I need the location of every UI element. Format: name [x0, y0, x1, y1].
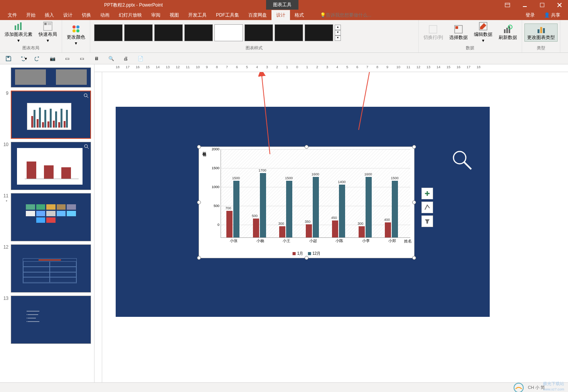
save-button[interactable]: [5, 55, 12, 62]
login-button[interactable]: 登录: [521, 10, 539, 20]
svg-rect-34: [42, 122, 44, 128]
svg-rect-46: [27, 162, 36, 179]
watermark-text: 极光下载站www.xz7.com: [543, 381, 564, 391]
ribbon-group-layout: 添加图表元素▾ 快速布局▾ 图表布局: [0, 20, 62, 52]
tab-slideshow[interactable]: 幻灯片放映: [114, 10, 147, 20]
ribbon-group-type: 更改图表类型 类型: [522, 20, 560, 52]
tab-file[interactable]: 文件: [3, 10, 22, 20]
svg-point-12: [72, 25, 76, 29]
chart-filter-button[interactable]: [421, 215, 433, 227]
chart-styles-button[interactable]: [421, 202, 433, 213]
svg-rect-21: [506, 28, 508, 33]
add-element-icon: [14, 22, 23, 31]
qat-btn-9[interactable]: 🖨: [122, 55, 130, 62]
change-type-icon: [536, 25, 546, 34]
slide-thumb-11[interactable]: *: [11, 193, 91, 241]
tab-animation[interactable]: 动画: [96, 10, 114, 20]
minimize-button[interactable]: [516, 0, 533, 10]
group-label-layout: 图表布局: [22, 44, 39, 52]
qat-btn-6[interactable]: ▭: [78, 55, 86, 62]
tab-baidu[interactable]: 百度网盘: [244, 10, 271, 20]
title-bar: PPT教程2.pptx - PowerPoint 图表工具: [0, 0, 568, 10]
tab-transition[interactable]: 切换: [77, 10, 96, 20]
share-button[interactable]: 👤 共享: [539, 10, 565, 20]
slide-thumb-13[interactable]: ━━━━━━━━━━━• ━━━━━━━━━• ━━━━━━━• ━━━━━━━…: [11, 296, 91, 344]
ribbon-options-button[interactable]: [499, 0, 516, 10]
ribbon-group-data: 切换行/列 选择数据 编辑数据▾ 刷新数据 数据: [419, 20, 522, 52]
slide-thumb-10[interactable]: [11, 142, 91, 190]
tell-me-input[interactable]: [326, 12, 384, 18]
style-scroll-up[interactable]: ▴: [335, 25, 341, 30]
slide-num-13: 13: [3, 296, 11, 344]
qat-btn-10[interactable]: 📄: [137, 55, 144, 62]
chart-style-1[interactable]: [94, 24, 123, 41]
svg-rect-42: [64, 121, 66, 128]
switch-row-col-button: 切换行/列: [421, 24, 445, 42]
tab-chart-design[interactable]: 设计: [271, 10, 290, 20]
window-controls: [499, 0, 568, 10]
style-scroll-down[interactable]: ▾: [335, 30, 341, 35]
close-button[interactable]: [551, 0, 568, 10]
tab-home[interactable]: 开始: [22, 10, 40, 20]
chart-style-2[interactable]: [124, 24, 153, 41]
svg-rect-37: [50, 109, 52, 128]
magnifier-icon: [84, 144, 89, 149]
quick-layout-button[interactable]: 快速布局▾: [36, 21, 59, 44]
chart-side-icons: [421, 188, 433, 227]
ruler-horizontal: 1817161514131211109876543210123456789101…: [94, 64, 568, 72]
refresh-data-button[interactable]: 刷新数据: [496, 24, 519, 42]
chart-style-4[interactable]: [184, 24, 213, 41]
quick-access-toolbar: ▾ 📷 ▭ ▭ 🖥 🔍 🖨 📄: [0, 53, 568, 64]
chart-tools-contextual-tab[interactable]: 图表工具: [266, 0, 298, 10]
plot-area[interactable]: 05001000150020007001500小张5001700小杨300150…: [221, 149, 410, 238]
svg-rect-25: [540, 27, 542, 33]
slide-num-12: 12: [3, 244, 11, 293]
chart-style-3[interactable]: [154, 24, 183, 41]
slide-panel[interactable]: 9 10: [0, 64, 94, 382]
svg-rect-8: [20, 22, 22, 30]
legend[interactable]: 1月 12月: [293, 251, 321, 256]
chart-styles-gallery[interactable]: ▴ ▾ ▾: [93, 23, 416, 43]
chart-style-6[interactable]: [244, 24, 273, 41]
change-chart-type-button[interactable]: 更改图表类型: [524, 24, 558, 42]
qat-btn-7[interactable]: 🖥: [93, 55, 100, 62]
add-chart-element-button[interactable]: 添加图表元素▾: [2, 21, 35, 44]
slide-thumb-12[interactable]: [11, 244, 91, 293]
slide-canvas[interactable]: 销售额 姓名 05001000150020007001500小张5001700小…: [102, 72, 568, 382]
tab-chart-format[interactable]: 格式: [290, 10, 308, 20]
tab-design[interactable]: 设计: [59, 10, 77, 20]
svg-rect-11: [47, 23, 51, 25]
chart[interactable]: 销售额 姓名 05001000150020007001500小张5001700小…: [199, 147, 414, 258]
qat-btn-5[interactable]: ▭: [63, 55, 71, 62]
chart-object[interactable]: 销售额 姓名 05001000150020007001500小张5001700小…: [199, 146, 415, 258]
select-data-button[interactable]: 选择数据: [447, 24, 470, 42]
tab-insert[interactable]: 插入: [40, 10, 59, 20]
slide[interactable]: 销售额 姓名 05001000150020007001500小张5001700小…: [116, 107, 490, 317]
edit-data-button[interactable]: 编辑数据▾: [472, 21, 495, 44]
chart-elements-button[interactable]: [421, 188, 433, 199]
qat-btn-4[interactable]: 📷: [49, 55, 56, 62]
redo-button[interactable]: [34, 55, 42, 62]
svg-rect-39: [55, 111, 57, 128]
tab-view[interactable]: 视图: [165, 10, 184, 20]
undo-button[interactable]: ▾: [19, 55, 27, 62]
tell-me[interactable]: 💡: [320, 12, 384, 18]
qat-btn-8[interactable]: 🔍: [107, 55, 115, 62]
x-axis-title: 姓名: [404, 239, 412, 244]
slide-thumb-8[interactable]: [11, 67, 91, 87]
tab-review[interactable]: 审阅: [147, 10, 165, 20]
tab-developer[interactable]: 开发工具: [184, 10, 211, 20]
maximize-button[interactable]: [533, 0, 551, 10]
tab-pdf[interactable]: PDF工具集: [211, 10, 244, 20]
svg-point-44: [84, 145, 88, 148]
svg-point-50: [453, 151, 466, 164]
change-color-button[interactable]: 更改颜色▾: [64, 24, 88, 47]
style-more[interactable]: ▾: [335, 35, 341, 41]
slide-thumb-9[interactable]: [11, 91, 91, 139]
chart-style-5[interactable]: [214, 24, 243, 41]
svg-rect-0: [505, 3, 510, 7]
svg-point-28: [84, 94, 87, 97]
chart-style-7[interactable]: [275, 24, 303, 41]
chart-style-8[interactable]: [305, 24, 333, 41]
svg-rect-41: [61, 109, 62, 128]
